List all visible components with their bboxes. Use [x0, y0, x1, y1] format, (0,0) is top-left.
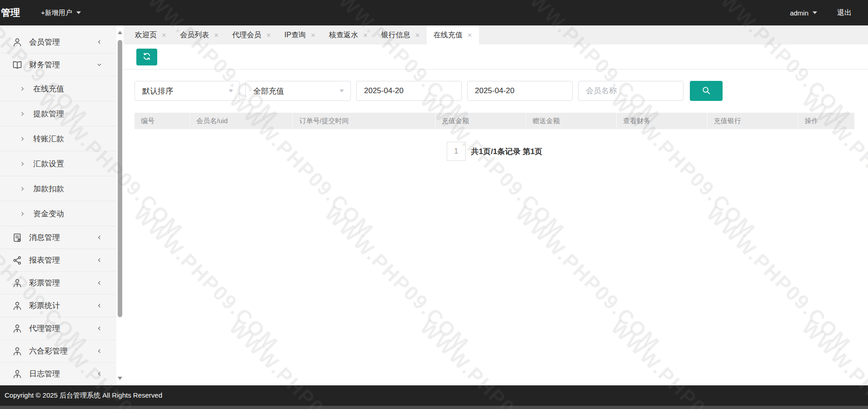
user-tie-icon — [12, 300, 23, 311]
sidebar-item-label: 会员管理 — [29, 37, 60, 47]
tab-active[interactable]: 在线充值× — [427, 25, 479, 45]
tab[interactable]: 代理会员× — [225, 25, 278, 45]
scroll-down-arrow-icon[interactable] — [118, 377, 122, 380]
scrollbar-thumb[interactable] — [118, 40, 122, 317]
chevron-left-icon — [96, 257, 103, 264]
sidebar-subitem[interactable]: 汇款设置 — [0, 151, 116, 176]
sidebar-item[interactable]: 消息管理 — [0, 226, 116, 249]
recharge-type-select[interactable]: 全部充值 — [245, 81, 351, 101]
tab-label: 银行信息 — [381, 30, 410, 40]
sidebar-item[interactable]: 日志管理 — [0, 363, 116, 385]
user-tie-icon — [12, 369, 23, 379]
sidebar-item[interactable]: 代理管理 — [0, 317, 116, 340]
chevron-left-icon — [96, 234, 103, 241]
sidebar-item-label: 财务管理 — [29, 60, 60, 70]
tab[interactable]: 银行信息× — [374, 25, 427, 45]
page-number-button[interactable]: 1 — [447, 142, 466, 161]
footer: Copyright © 2025 后台管理系统 All Rights Reser… — [0, 385, 868, 409]
refresh-button[interactable] — [136, 49, 157, 65]
refresh-icon — [142, 51, 152, 63]
new-user-dropdown[interactable]: +新增用户 — [41, 9, 81, 17]
chevron-left-icon — [96, 348, 103, 354]
chevron-right-icon — [20, 161, 25, 167]
tab-label: 在线充值 — [434, 30, 463, 40]
pagination: 1 共1页/1条记录 第1页 — [135, 142, 854, 161]
sidebar-scrollbar[interactable] — [116, 25, 124, 385]
page: 管理 +新增用户 admin 退出 会员管理财务管理在线充值提款管理转账汇款汇款… — [0, 0, 868, 409]
tab[interactable]: 核查返水× — [322, 25, 374, 45]
admin-dropdown[interactable]: admin — [790, 9, 817, 17]
caret-down-icon — [813, 11, 817, 14]
table-column-header: 订单号/提交时间 — [293, 113, 435, 129]
sidebar-subitem-label: 汇款设置 — [33, 159, 64, 169]
scroll-up-arrow-icon[interactable] — [118, 31, 122, 34]
sidebar-item[interactable]: 报表管理 — [0, 249, 116, 272]
tab[interactable]: 会员列表× — [173, 25, 225, 45]
table-column-header: 编号 — [135, 113, 190, 129]
chevron-left-icon — [96, 39, 103, 45]
close-tab-icon[interactable]: × — [363, 31, 368, 39]
close-tab-icon[interactable]: × — [214, 31, 219, 39]
sidebar-menu: 会员管理财务管理在线充值提款管理转账汇款汇款设置加款扣款资金变动消息管理报表管理… — [0, 31, 116, 385]
user-icon — [12, 37, 23, 48]
sidebar-item[interactable]: 彩票管理 — [0, 272, 116, 294]
chevron-left-icon — [96, 325, 103, 332]
sidebar-item-label: 日志管理 — [29, 369, 60, 379]
sort-select[interactable]: 默认排序 — [135, 81, 240, 101]
sidebar-item[interactable]: 会员管理 — [0, 31, 116, 54]
sidebar-subitem[interactable]: 转账汇款 — [0, 126, 116, 151]
table-column-header: 充值金额 — [435, 113, 526, 129]
top-bar: 管理 +新增用户 admin 退出 — [0, 0, 868, 25]
sidebar-subitem[interactable]: 加款扣款 — [0, 176, 116, 201]
sidebar-item-label: 彩票管理 — [29, 278, 60, 288]
close-tab-icon[interactable]: × — [468, 31, 472, 39]
close-tab-icon[interactable]: × — [162, 31, 166, 39]
close-tab-icon[interactable]: × — [415, 31, 420, 39]
tab[interactable]: 欢迎页× — [128, 25, 173, 45]
brand-title: 管理 — [1, 6, 27, 19]
table-header-row: 编号会员名/uid订单号/提交时间充值金额赠送金额查看财务充值银行操作 — [135, 113, 854, 129]
main-content: 欢迎页×会员列表×代理会员×IP查询×核查返水×银行信息×在线充值× 默认排序 … — [124, 25, 868, 385]
date-from-input[interactable]: 2025-04-20 — [356, 81, 462, 101]
sidebar-item-label: 六合彩管理 — [29, 346, 68, 356]
chevron-left-icon — [96, 302, 103, 309]
sidebar-item[interactable]: 六合彩管理 — [0, 340, 116, 363]
date-to-input[interactable]: 2025-04-20 — [467, 81, 573, 101]
table-column-header: 操作 — [798, 113, 854, 129]
chevron-right-icon — [20, 111, 25, 117]
logout-button[interactable]: 退出 — [837, 8, 852, 18]
sidebar-subitem-label: 加款扣款 — [33, 184, 64, 194]
tab[interactable]: IP查询× — [278, 25, 322, 45]
tab-label: 欢迎页 — [135, 30, 157, 40]
search-icon — [701, 85, 712, 97]
admin-username: admin — [790, 9, 808, 17]
book-icon — [12, 60, 23, 70]
sidebar-subitem[interactable]: 提款管理 — [0, 101, 116, 126]
toolbar — [124, 45, 868, 70]
caret-down-icon — [76, 11, 81, 14]
sidebar: 会员管理财务管理在线充值提款管理转账汇款汇款设置加款扣款资金变动消息管理报表管理… — [0, 25, 116, 385]
recharge-type-value: 全部充值 — [253, 86, 284, 96]
sidebar-subitem[interactable]: 在线充值 — [0, 76, 116, 101]
sidebar-item[interactable]: 彩票统计 — [0, 294, 116, 317]
sidebar-item-label: 消息管理 — [29, 232, 60, 243]
top-bar-right: admin 退出 — [790, 8, 852, 18]
table-column-header: 查看财务 — [617, 113, 708, 129]
pagination-summary: 共1页/1条记录 第1页 — [471, 146, 543, 157]
close-tab-icon[interactable]: × — [266, 31, 271, 39]
tab-label: 代理会员 — [232, 30, 261, 40]
copyright-text: Copyright © 2025 后台管理系统 All Rights Reser… — [5, 391, 162, 400]
tab-label: 核查返水 — [329, 30, 358, 40]
table-column-header: 赠送金额 — [526, 113, 617, 129]
member-name-input[interactable] — [578, 81, 683, 101]
user-tie-icon — [12, 346, 23, 357]
sidebar-subitem-label: 资金变动 — [33, 209, 64, 219]
search-button[interactable] — [690, 81, 723, 101]
table-column-header: 充值银行 — [708, 113, 798, 129]
sidebar-item[interactable]: 财务管理 — [0, 54, 116, 76]
table-column-header: 会员名/uid — [190, 113, 293, 129]
sidebar-subitem[interactable]: 资金变动 — [0, 201, 116, 226]
sort-select-value: 默认排序 — [142, 86, 173, 96]
filter-row: 默认排序 全部充值 2025-04-20 2025-04-20 — [135, 81, 723, 101]
close-tab-icon[interactable]: × — [311, 31, 315, 39]
